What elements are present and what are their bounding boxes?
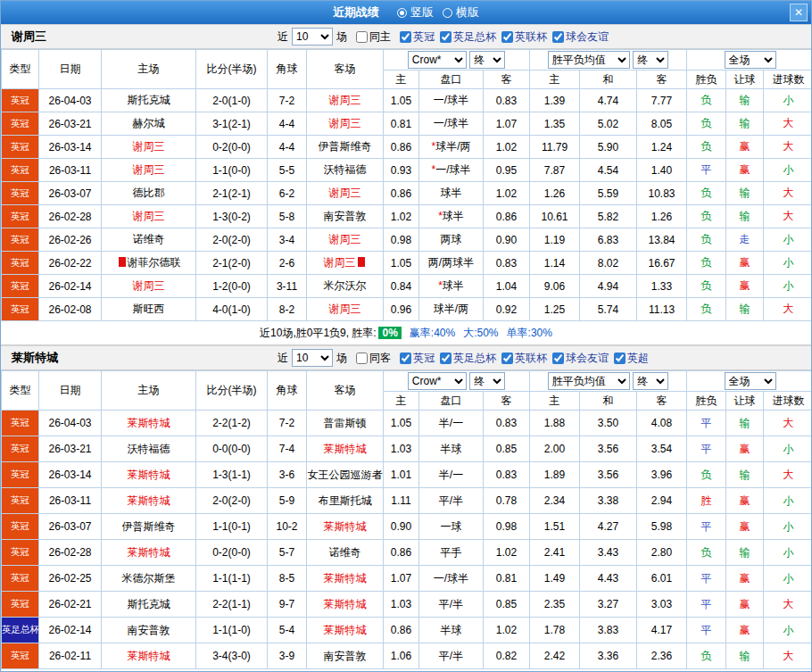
competition-filter[interactable]: 球会友谊 [552,351,609,366]
scope-select[interactable]: 全场 [725,372,776,390]
team-name[interactable]: 谢周三 [329,233,361,245]
competition-filter[interactable]: 英超 [614,351,649,366]
team-name[interactable]: 谢周三 [329,303,361,315]
team-name[interactable]: 莱斯特城 [324,598,367,610]
competition-checkbox[interactable] [400,353,411,364]
team-name[interactable]: 斯旺西 [133,303,165,315]
team-name[interactable]: 沃特福德 [324,163,367,176]
match-rows: 英冠26-04-03斯托克城2-0(1-0)7-2谢周三1.05一/球半0.83… [2,89,812,321]
team-name[interactable]: 谢周三 [133,163,165,176]
recent-count-select[interactable]: 10 [292,28,333,46]
away-team: 普雷斯顿 [307,411,384,436]
team-name[interactable]: 莱斯特城 [128,650,170,662]
competition-type: 英冠 [2,488,39,514]
avg-final-select[interactable]: 终 [633,372,668,390]
team-name[interactable]: 莱斯特城 [324,520,367,533]
avg-draw: 3.38 [580,488,637,514]
team-name[interactable]: 莱斯特城 [128,417,170,429]
competition-checkbox[interactable] [614,353,626,364]
result-goals-value: 小 [783,520,794,533]
avg-home: 1.88 [530,411,580,436]
avg-final-select[interactable]: 终 [633,51,668,69]
result-outcome-value: 负 [701,117,712,129]
avg-type-select[interactable]: 胜平负均值 [548,51,630,69]
team-name[interactable]: 莱斯特城 [128,494,170,507]
competition-checkbox[interactable] [552,31,564,43]
same-venue-filter[interactable]: 同客 [356,351,391,366]
team-name[interactable]: 谢周三 [133,210,165,222]
team-name[interactable]: 南安普敦 [128,624,170,636]
team-name[interactable]: 谢周三 [324,256,356,269]
match-date: 26-03-07 [39,514,102,540]
odds-final-select[interactable]: 终 [469,51,505,69]
team-name[interactable]: 莱斯特城 [128,469,170,481]
team-name[interactable]: 米尔沃尔 [324,279,367,292]
team-name[interactable]: 莱斯特城 [324,572,367,585]
result-goals-value: 小 [783,94,794,106]
team-name[interactable]: 莱斯特城 [324,443,367,455]
team-name[interactable]: 赫尔城 [133,117,165,129]
odds-final-select[interactable]: 终 [469,372,505,390]
competition-filter[interactable]: 英足总杯 [440,29,496,45]
team-name[interactable]: 诺维奇 [329,546,361,559]
result-outcome: 负 [687,228,726,252]
team-name[interactable]: 谢周三 [133,279,165,292]
bookmaker-select[interactable]: Crow* [408,372,467,390]
result-outcome: 平 [687,566,726,592]
team-name[interactable]: 南安普敦 [324,650,367,662]
odds-away: 1.02 [484,540,530,566]
team-name[interactable]: 沃特福德 [128,443,170,455]
scope-select[interactable]: 全场 [725,51,776,69]
team-name[interactable]: 诺维奇 [133,233,165,245]
competition-checkbox[interactable] [440,31,452,43]
home-team: 莱斯特城 [102,488,196,514]
avg-draw: 8.02 [580,252,637,275]
layout-option-vertical[interactable]: 竖版 [397,4,434,21]
bookmaker-select[interactable]: Crow* [408,51,467,69]
competition-filter[interactable]: 球会友谊 [552,29,609,45]
layout-option-horizontal[interactable]: 横版 [443,4,479,21]
team-name[interactable]: 米德尔斯堡 [122,572,176,585]
radio-unselected-icon[interactable] [443,8,452,18]
odds-home: 1.11 [384,488,419,514]
competition-filter[interactable]: 英联杯 [501,351,547,366]
team-name[interactable]: 莱斯特城 [324,624,367,636]
competition-filter[interactable]: 英足总杯 [440,351,496,366]
team-name[interactable]: 谢周三 [329,117,361,129]
competition-checkbox[interactable] [400,31,411,43]
team-name[interactable]: 伊普斯维奇 [122,520,176,533]
team-name[interactable]: 谢周三 [133,140,165,153]
same-venue-checkbox[interactable] [356,353,368,364]
team-name[interactable]: 谢周三 [329,187,361,199]
same-venue-filter[interactable]: 同主 [356,29,391,45]
team-name[interactable]: 南安普敦 [324,210,367,222]
competition-checkbox[interactable] [501,353,513,364]
competition-checkbox[interactable] [440,353,452,364]
team-name[interactable]: 斯托克城 [128,94,170,106]
avg-selects-cell: 胜平负均值 终 [530,371,687,392]
avg-type-select[interactable]: 胜平负均值 [548,372,630,390]
result-outcome-value: 平 [701,572,712,585]
competition-filter[interactable]: 英冠 [400,351,435,366]
competition-checkbox[interactable] [501,31,513,43]
competition-filter[interactable]: 英联杯 [501,29,547,45]
avg-draw: 3.83 [580,618,637,643]
team-name[interactable]: 谢菲尔德联 [128,256,181,269]
recent-count-select[interactable]: 10 [292,349,333,367]
team-name[interactable]: 莱斯特城 [128,546,170,559]
same-venue-checkbox[interactable] [356,31,368,43]
team-name[interactable]: 普雷斯顿 [324,417,367,429]
result-handicap: 输 [726,643,764,669]
team-name[interactable]: 谢周三 [329,94,361,106]
team-name[interactable]: 布里斯托城 [319,494,372,507]
team-name[interactable]: 斯托克城 [128,598,170,610]
competition-filter[interactable]: 英冠 [400,29,435,45]
team-name[interactable]: 女王公园巡游者 [308,469,383,481]
match-date: 26-04-03 [39,411,102,436]
team-name[interactable]: 伊普斯维奇 [319,140,372,153]
team-name[interactable]: 德比郡 [133,187,165,199]
competition-checkbox[interactable] [552,353,564,364]
close-icon[interactable]: ✕ [790,4,808,21]
result-outcome: 负 [687,643,726,669]
radio-selected-icon[interactable] [397,8,407,18]
